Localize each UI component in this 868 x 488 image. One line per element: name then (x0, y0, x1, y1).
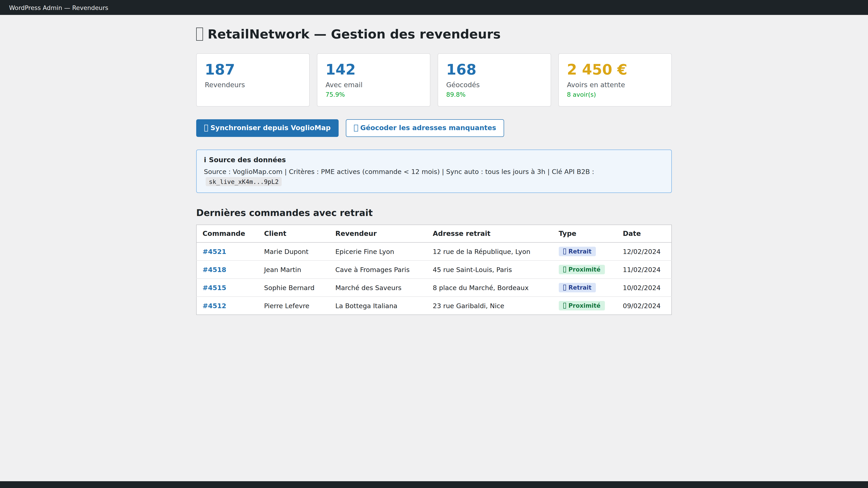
info-box-text: Source : VoglioMap.com | Critères : PME … (204, 167, 664, 187)
stat-value: 142 (326, 61, 422, 78)
pin-icon (354, 125, 358, 131)
store-icon (563, 249, 566, 255)
stat-sub: 89.8% (446, 91, 542, 98)
cell-commande: #4521 (196, 242, 258, 261)
pin-icon (563, 267, 566, 273)
footer-bar (0, 481, 868, 488)
header-row: Commande Client Revendeur Adresse retrai… (196, 225, 672, 242)
sync-button[interactable]: Synchroniser depuis VoglioMap (196, 119, 339, 137)
cell-revendeur: La Bottega Italiana (330, 297, 427, 315)
type-badge-label: Proximité (568, 302, 600, 309)
stat-value: 187 (205, 61, 301, 78)
table-row: #4512 Pierre Lefevre La Bottega Italiana… (196, 297, 672, 315)
cell-type: Proximité (553, 297, 617, 315)
orders-table-head: Commande Client Revendeur Adresse retrai… (196, 225, 672, 242)
cell-client: Sophie Bernard (258, 279, 329, 297)
info-box-title: iSource des données (204, 156, 664, 164)
column-header-commande: Commande (196, 225, 258, 242)
pin-icon (563, 303, 566, 309)
table-row: #4515 Sophie Bernard Marché des Saveurs … (196, 279, 672, 297)
column-header-client: Client (258, 225, 329, 242)
type-badge-label: Retrait (568, 248, 592, 255)
page-title: RetailNetwork — Gestion des revendeurs (196, 27, 672, 41)
stats-row: 187 Revendeurs 142 Avec email 75.9% 168 … (196, 53, 672, 107)
stat-label: Avec email (326, 81, 422, 89)
cell-revendeur: Marché des Saveurs (330, 279, 427, 297)
cell-revendeur: Cave à Fromages Paris (330, 261, 427, 279)
cell-date: 10/02/2024 (617, 279, 672, 297)
data-source-info-box: iSource des données Source : VoglioMap.c… (196, 150, 672, 193)
orders-heading: Dernières commandes avec retrait (196, 207, 672, 219)
info-icon: i (204, 156, 206, 164)
table-row: #4521 Marie Dupont Epicerie Fine Lyon 12… (196, 242, 672, 261)
type-badge: Retrait (559, 247, 596, 256)
orders-table: Commande Client Revendeur Adresse retrai… (196, 225, 672, 315)
column-header-date: Date (617, 225, 672, 242)
type-badge: Proximité (559, 265, 605, 274)
type-badge: Proximité (559, 301, 605, 311)
stat-card-geocodes: 168 Géocodés 89.8% (438, 53, 551, 107)
store-icon (196, 28, 203, 40)
info-box-text-body: Source : VoglioMap.com | Critères : PME … (204, 168, 594, 175)
order-link[interactable]: #4512 (203, 302, 226, 310)
info-box-title-text: Source des données (209, 156, 286, 164)
cell-type: Proximité (553, 261, 617, 279)
stat-sub: 8 avoir(s) (567, 91, 663, 98)
stat-card-avoirs: 2 450 € Avoirs en attente 8 avoir(s) (558, 53, 672, 107)
admin-bar: WordPress Admin — Revendeurs (0, 0, 868, 15)
column-header-type: Type (553, 225, 617, 242)
geocode-button-label: Géocoder les adresses manquantes (360, 123, 496, 133)
store-icon (563, 285, 566, 291)
cell-client: Jean Martin (258, 261, 329, 279)
column-header-adresse: Adresse retrait (427, 225, 553, 242)
cell-date: 12/02/2024 (617, 242, 672, 261)
sync-icon (204, 125, 208, 131)
actions-row: Synchroniser depuis VoglioMap Géocoder l… (196, 119, 672, 137)
stat-card-avec-email: 142 Avec email 75.9% (317, 53, 430, 107)
stat-sub (205, 91, 301, 98)
stat-label: Avoirs en attente (567, 81, 663, 89)
type-badge-label: Retrait (568, 285, 592, 291)
cell-revendeur: Epicerie Fine Lyon (330, 242, 427, 261)
cell-client: Pierre Lefevre (258, 297, 329, 315)
cell-commande: #4518 (196, 261, 258, 279)
cell-type: Retrait (553, 242, 617, 261)
cell-adresse: 45 rue Saint-Louis, Paris (427, 261, 553, 279)
stat-card-revendeurs: 187 Revendeurs (196, 53, 310, 107)
stat-label: Géocodés (446, 81, 542, 89)
cell-adresse: 23 rue Garibaldi, Nice (427, 297, 553, 315)
type-badge: Retrait (559, 283, 596, 293)
stat-label: Revendeurs (205, 81, 301, 89)
page-root: WordPress Admin — Revendeurs RetailNetwo… (0, 0, 868, 488)
admin-bar-title: WordPress Admin — Revendeurs (9, 4, 108, 11)
orders-table-body: #4521 Marie Dupont Epicerie Fine Lyon 12… (196, 242, 672, 315)
type-badge-label: Proximité (568, 266, 600, 273)
cell-commande: #4515 (196, 279, 258, 297)
cell-type: Retrait (553, 279, 617, 297)
order-link[interactable]: #4518 (203, 266, 226, 273)
stat-value: 168 (446, 61, 542, 78)
column-header-revendeur: Revendeur (330, 225, 427, 242)
stat-sub: 75.9% (326, 91, 422, 98)
cell-date: 09/02/2024 (617, 297, 672, 315)
page-title-text: RetailNetwork — Gestion des revendeurs (208, 27, 501, 41)
order-link[interactable]: #4521 (203, 248, 226, 255)
order-link[interactable]: #4515 (203, 284, 226, 291)
cell-date: 11/02/2024 (617, 261, 672, 279)
geocode-button[interactable]: Géocoder les adresses manquantes (346, 119, 504, 137)
main-content: RetailNetwork — Gestion des revendeurs 1… (196, 27, 672, 315)
cell-adresse: 8 place du Marché, Bordeaux (427, 279, 553, 297)
table-row: #4518 Jean Martin Cave à Fromages Paris … (196, 261, 672, 279)
api-key-chip: sk_live_xK4m...9pL2 (206, 177, 282, 186)
cell-client: Marie Dupont (258, 242, 329, 261)
cell-commande: #4512 (196, 297, 258, 315)
stat-value: 2 450 € (567, 61, 663, 78)
sync-button-label: Synchroniser depuis VoglioMap (211, 123, 331, 133)
cell-adresse: 12 rue de la République, Lyon (427, 242, 553, 261)
